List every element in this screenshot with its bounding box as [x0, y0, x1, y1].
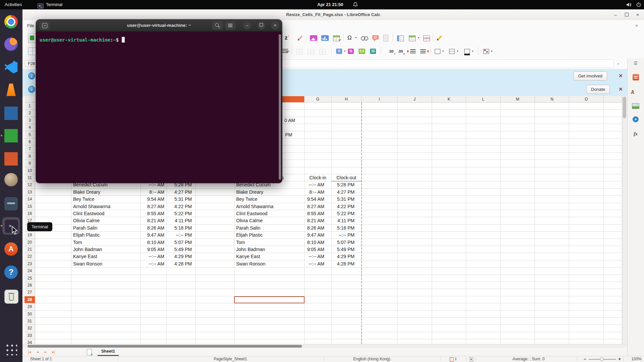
currency-format-dropdown[interactable]: ▾	[343, 50, 346, 53]
row-header-27[interactable]: 27	[24, 289, 35, 296]
cell-name[interactable]: John Badman	[73, 246, 137, 253]
cell-clock-in[interactable]: 9:47 AM	[296, 232, 324, 239]
show-draw-functions-icon[interactable]	[435, 34, 444, 42]
cell-clock-out[interactable]: 4:28 PM	[326, 260, 355, 267]
power-icon[interactable]	[636, 2, 641, 8]
row-header-2[interactable]: 2	[24, 110, 35, 117]
dock-item-gimp[interactable]	[2, 171, 20, 188]
cell-clock-in[interactable]: --:-- AM	[296, 253, 324, 260]
dock-item-files[interactable]	[2, 195, 20, 213]
special-character-icon[interactable]: Ω	[345, 34, 354, 42]
border-color-icon[interactable]	[463, 47, 471, 56]
column-header-J[interactable]: J	[397, 96, 432, 102]
add-decimal-icon[interactable]: .00+	[387, 47, 395, 56]
delete-decimal-icon[interactable]: .00×	[396, 47, 405, 56]
get-involved-button[interactable]: Get involved	[574, 71, 607, 80]
thousands-format-icon[interactable]: 0,0	[358, 47, 366, 56]
row-header-26[interactable]: 26	[24, 282, 35, 289]
cell-name[interactable]: Clint Eastwood	[236, 210, 302, 217]
cell-clock-out[interactable]: 5:28 PM	[326, 181, 355, 188]
dock-item-libreoffice-calc[interactable]	[2, 127, 20, 144]
row-header-19[interactable]: 19	[24, 232, 35, 239]
column-header-G[interactable]: G	[305, 96, 331, 102]
cell-clock-out[interactable]: 5:18 PM	[165, 225, 192, 232]
cell-name[interactable]: Elijah Plastic	[236, 232, 302, 239]
column-header-K[interactable]: K	[432, 96, 466, 102]
cell-clock-out[interactable]: 4:27 PM	[165, 189, 192, 196]
cell-name[interactable]: Bey Twice	[236, 196, 302, 203]
row-header-31[interactable]: 31	[24, 318, 35, 325]
cell-clock-in[interactable]: 8:-- AM	[296, 189, 324, 196]
cell-name[interactable]: Parah Salin	[73, 225, 137, 232]
row-header-3[interactable]: 3	[24, 117, 35, 124]
cell-clock-out[interactable]: 4:27 PM	[326, 189, 355, 196]
cell-clock-out[interactable]: 5:07 PM	[165, 239, 192, 246]
cell-clock-in[interactable]: 8:26 AM	[296, 225, 324, 232]
column-header-L[interactable]: L	[466, 96, 500, 102]
cell-clock-out[interactable]: 4:28 PM	[165, 260, 192, 267]
row-header-9[interactable]: 9	[24, 160, 35, 167]
row-header-32[interactable]: 32	[24, 325, 35, 332]
cell-clock-out[interactable]: --:-- PM	[326, 232, 355, 239]
dock-item-show-apps[interactable]	[2, 341, 20, 358]
row-header-5[interactable]: 5	[24, 131, 35, 138]
currency-format-icon[interactable]: 0	[335, 47, 343, 56]
focused-app-menu[interactable]: >_Terminal	[34, 0, 66, 9]
infobar-close-icon[interactable]: ×	[619, 85, 623, 93]
row-header-34[interactable]: 34	[24, 339, 35, 344]
decrease-indent-icon[interactable]	[419, 47, 427, 56]
cell-name[interactable]: Arnold Shawarma	[73, 203, 137, 210]
increase-indent-icon[interactable]	[409, 47, 417, 56]
zoom-level-label[interactable]: 100%	[626, 356, 642, 362]
cell-name[interactable]: Swan Ronson	[236, 260, 302, 267]
row-header-29[interactable]: 29	[24, 303, 35, 310]
sort-descending-icon[interactable]: z↑	[283, 34, 291, 42]
terminal-menu-button[interactable]	[225, 21, 236, 30]
insert-image-icon[interactable]	[309, 34, 318, 42]
last-sheet-icon[interactable]: ▸|	[50, 349, 57, 355]
digital-signature-icon[interactable]	[470, 357, 473, 362]
previous-sheet-icon[interactable]: ◂	[34, 349, 41, 355]
row-header-8[interactable]: 8	[24, 153, 35, 160]
cell-name[interactable]: Parah Salin	[236, 225, 302, 232]
cell-clock-out[interactable]: 4:29 PM	[165, 253, 192, 260]
cell-clock-out[interactable]: 5:22 PM	[165, 210, 192, 217]
dock-item-libreoffice-impress[interactable]	[2, 150, 20, 168]
sidebar-settings-icon[interactable]: ☰	[631, 58, 641, 68]
zoom-out-icon[interactable]: –	[584, 356, 586, 362]
selection-mode-icon[interactable]	[450, 357, 453, 362]
add-sheet-icon[interactable]	[87, 349, 92, 355]
clone-formatting-icon[interactable]	[296, 34, 305, 42]
column-header-N[interactable]: N	[535, 96, 569, 102]
clock-menu[interactable]: Apr 21 21:50	[317, 0, 343, 9]
activities-button[interactable]: Activities	[1, 0, 26, 9]
cell-clock-in[interactable]: 8:-- AM	[136, 189, 164, 196]
vertical-scrollbar[interactable]	[622, 96, 627, 344]
cell-clock-out[interactable]: 4:22 PM	[326, 203, 355, 210]
cell-clock-out[interactable]: 5:18 PM	[326, 225, 355, 232]
cell-clock-out[interactable]: 5:49 PM	[326, 246, 355, 253]
row-header-22[interactable]: 22	[24, 253, 35, 260]
cell-fragment[interactable]: s	[281, 174, 286, 181]
cell-clock-in[interactable]: 8:10 AM	[136, 239, 164, 246]
cell-name[interactable]: Bey Twice	[73, 196, 137, 203]
row-header-25[interactable]: 25	[24, 275, 35, 282]
cell-name[interactable]: Olivia Calme	[73, 217, 137, 224]
cell-name[interactable]: Swan Ronson	[73, 260, 137, 267]
cell-clock-out[interactable]: --:-- PM	[165, 232, 192, 239]
dock-item-ubuntu-software[interactable]	[2, 240, 20, 258]
cell-clock-out[interactable]: 5:49 PM	[165, 246, 192, 253]
terminal-maximize-button[interactable]	[257, 21, 265, 29]
row-header-23[interactable]: 23	[24, 260, 35, 267]
volume-icon[interactable]	[626, 2, 631, 8]
insert-comment-icon[interactable]	[371, 34, 380, 42]
page-style-label[interactable]: PageStyle_Sheet1	[214, 356, 247, 362]
headers-footers-icon[interactable]	[381, 34, 390, 42]
cell-clock-out[interactable]: 5:31 PM	[165, 196, 192, 203]
cell-clock-in[interactable]: 9:05 AM	[296, 246, 324, 253]
terminal-search-button[interactable]	[212, 21, 223, 30]
cell-name[interactable]: Kanye East	[236, 253, 302, 260]
insert-pivot-table-icon[interactable]: ↵	[332, 34, 341, 42]
column-header[interactable]	[604, 96, 622, 102]
cell-clock-in-header[interactable]: Clock-in	[305, 174, 331, 181]
